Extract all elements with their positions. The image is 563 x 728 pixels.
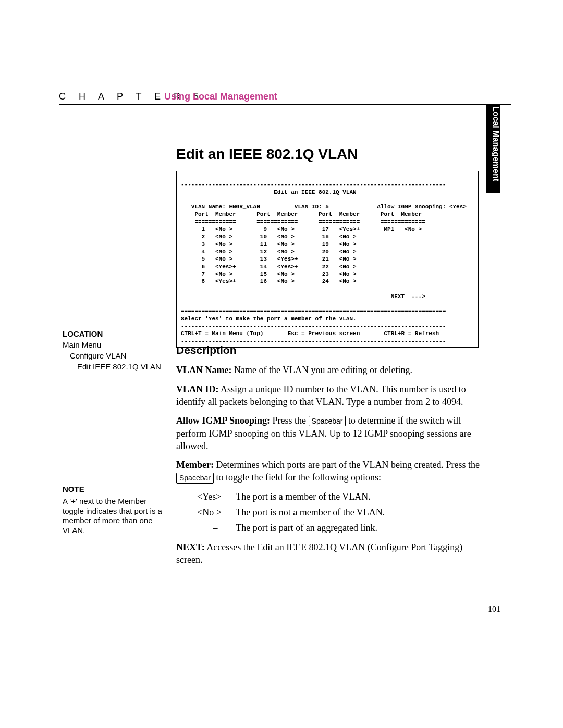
term-r4: 4 <No > 12 <No > 20 <No > (181, 249, 357, 255)
term-footer: CTRL+T = Main Menu (Top) Esc = Previous … (181, 330, 439, 337)
term-h1: VLAN Name: ENGR_VLAN VLAN ID: 5 Allow IG… (181, 204, 467, 210)
text-vlan-id: Assign a unique ID number to the VLAN. T… (176, 384, 466, 407)
description-block: Description VLAN Name: Name of the VLAN … (176, 343, 484, 572)
term-next: NEXT ---> (181, 293, 425, 300)
label-next: NEXT: (176, 542, 205, 552)
term-h2: Port Member Port Member Port Member Port… (181, 211, 422, 217)
term-r3: 3 <No > 11 <No > 19 <No > (181, 241, 357, 248)
key-spacebar: Spacebar (309, 416, 346, 426)
desc-member: Member: Determines which ports are part … (176, 459, 484, 484)
desc-igmp: Allow IGMP Snooping: Press the Spacebar … (176, 414, 484, 452)
side-tab: Local Management (486, 104, 500, 193)
key-spacebar: Spacebar (176, 473, 214, 483)
note-heading: NOTE (63, 485, 167, 495)
option-dash-val: The port is part of an aggregated link. (236, 523, 377, 533)
option-no-val: The port is not a member of the VLAN. (236, 507, 385, 517)
option-yes-key: <Yes> (197, 490, 234, 503)
location-heading: LOCATION (63, 329, 167, 338)
term-r7: 7 <No > 15 <No > 23 <No > (181, 271, 357, 277)
desc-next: NEXT: Accesses the Edit an IEEE 802.1Q V… (176, 541, 484, 566)
term-help: Select 'Yes' to make the port a member o… (181, 316, 357, 322)
term-r1: 1 <No > 9 <No > 17 <Yes>+ MP1 <No > (181, 226, 422, 232)
note-text: A '+' next to the Member toggle indicate… (63, 497, 167, 536)
note-block: NOTE A '+' next to the Member toggle ind… (63, 485, 167, 536)
location-l2: Configure VLAN (70, 351, 167, 360)
location-l3: Edit IEEE 802.1Q VLAN (77, 362, 167, 371)
option-yes-val: The port is a member of the VLAN. (236, 491, 371, 502)
description-heading: Description (176, 343, 484, 357)
label-member: Member: (176, 460, 214, 470)
text-member-post: to toggle the field for the following op… (214, 472, 381, 483)
label-vlan-name: VLAN Name: (176, 365, 231, 375)
terminal-screenshot: ----------------------------------------… (176, 171, 479, 348)
page-title: Edit an IEEE 802.1Q VLAN (176, 146, 358, 163)
option-dash-key: – (197, 522, 234, 534)
label-igmp: Allow IGMP Snooping: (176, 415, 270, 426)
option-dash: – The port is part of an aggregated link… (197, 522, 484, 534)
term-title: Edit an IEEE 802.1Q VLAN (181, 189, 357, 195)
text-next: Accesses the Edit an IEEE 802.1Q VLAN (C… (176, 542, 462, 565)
location-l1: Main Menu (63, 340, 167, 349)
text-member-pre: Determines which ports are part of the V… (214, 460, 480, 470)
text-igmp-pre: Press the (270, 415, 309, 426)
header-rule (59, 104, 511, 105)
chapter-title: Using Local Management (164, 91, 277, 102)
page-number: 101 (488, 604, 500, 614)
label-vlan-id: VLAN ID: (176, 384, 219, 394)
option-yes: <Yes> The port is a member of the VLAN. (197, 490, 484, 503)
term-r8: 8 <Yes>+ 16 <No > 24 <No > (181, 278, 357, 285)
page: C H A P T E R 5 Using Local Management L… (0, 0, 563, 728)
term-r5: 5 <No > 13 <Yes>+ 21 <No > (181, 256, 357, 262)
desc-vlan-name: VLAN Name: Name of the VLAN you are edit… (176, 364, 484, 376)
term-r6: 6 <Yes>+ 14 <Yes>+ 22 <No > (181, 264, 357, 270)
term-h3: ============ ============ ============ =… (181, 219, 425, 225)
desc-vlan-id: VLAN ID: Assign a unique ID number to th… (176, 383, 484, 409)
text-vlan-name: Name of the VLAN you are editing or dele… (231, 365, 412, 375)
option-no-key: <No > (197, 506, 234, 519)
option-no: <No > The port is not a member of the VL… (197, 506, 484, 519)
location-block: LOCATION Main Menu Configure VLAN Edit I… (63, 329, 167, 371)
term-r2: 2 <No > 10 <No > 18 <No > (181, 233, 357, 240)
term-sep: ----------------------------------------… (181, 181, 446, 188)
term-sep: ----------------------------------------… (181, 323, 446, 329)
term-sep: ========================================… (181, 308, 446, 314)
